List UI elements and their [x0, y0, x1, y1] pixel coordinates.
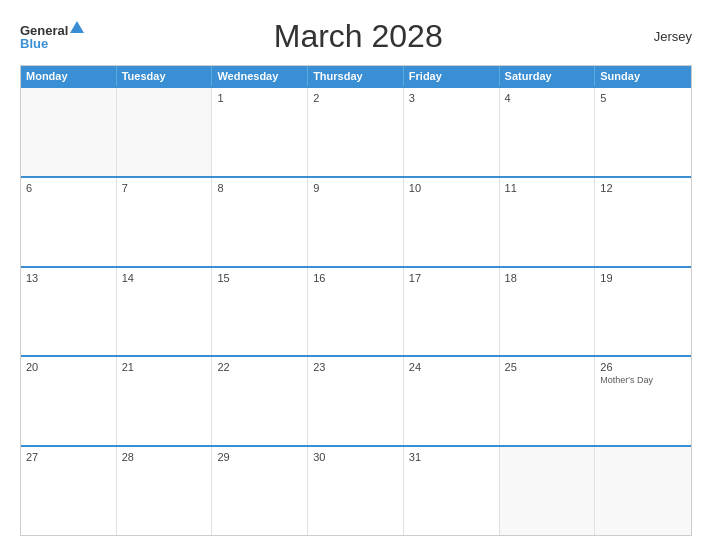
day-number: 14 — [122, 272, 207, 284]
calendar-cell: 14 — [117, 268, 213, 356]
calendar-week: 12345 — [21, 86, 691, 176]
day-number: 31 — [409, 451, 494, 463]
day-number: 12 — [600, 182, 686, 194]
day-number: 16 — [313, 272, 398, 284]
day-number: 20 — [26, 361, 111, 373]
day-number: 11 — [505, 182, 590, 194]
day-number: 6 — [26, 182, 111, 194]
day-number: 23 — [313, 361, 398, 373]
calendar-cell: 23 — [308, 357, 404, 445]
calendar-cell: 27 — [21, 447, 117, 535]
day-number: 10 — [409, 182, 494, 194]
calendar-week: 20212223242526Mother's Day — [21, 355, 691, 445]
calendar-cell: 9 — [308, 178, 404, 266]
calendar-cell: 1 — [212, 88, 308, 176]
calendar-cell: 20 — [21, 357, 117, 445]
day-number: 22 — [217, 361, 302, 373]
calendar-cell: 13 — [21, 268, 117, 356]
day-number: 18 — [505, 272, 590, 284]
day-number: 1 — [217, 92, 302, 104]
calendar-cell: 31 — [404, 447, 500, 535]
calendar-cell — [500, 447, 596, 535]
calendar-week: 2728293031 — [21, 445, 691, 535]
calendar-cell: 6 — [21, 178, 117, 266]
calendar-header-cell: Tuesday — [117, 66, 213, 86]
calendar-page: General Blue March 2028 Jersey MondayTue… — [0, 0, 712, 550]
calendar-header-cell: Thursday — [308, 66, 404, 86]
calendar-cell: 29 — [212, 447, 308, 535]
calendar-body: 1234567891011121314151617181920212223242… — [21, 86, 691, 535]
day-number: 5 — [600, 92, 686, 104]
logo-general-text: General — [20, 24, 68, 37]
calendar-cell: 12 — [595, 178, 691, 266]
calendar-week: 6789101112 — [21, 176, 691, 266]
calendar-header: MondayTuesdayWednesdayThursdayFridaySatu… — [21, 66, 691, 86]
day-number: 3 — [409, 92, 494, 104]
calendar-cell: 7 — [117, 178, 213, 266]
logo-triangle-icon — [70, 21, 84, 33]
calendar-cell: 15 — [212, 268, 308, 356]
calendar-header-cell: Wednesday — [212, 66, 308, 86]
calendar-cell: 16 — [308, 268, 404, 356]
day-number: 28 — [122, 451, 207, 463]
page-title: March 2028 — [84, 18, 632, 55]
calendar-header-cell: Saturday — [500, 66, 596, 86]
day-number: 17 — [409, 272, 494, 284]
day-number: 24 — [409, 361, 494, 373]
calendar-header-cell: Sunday — [595, 66, 691, 86]
calendar-cell: 2 — [308, 88, 404, 176]
calendar-cell: 25 — [500, 357, 596, 445]
calendar-cell: 30 — [308, 447, 404, 535]
calendar-cell: 22 — [212, 357, 308, 445]
day-number: 7 — [122, 182, 207, 194]
calendar-cell: 18 — [500, 268, 596, 356]
event-label: Mother's Day — [600, 375, 686, 385]
header: General Blue March 2028 Jersey — [20, 18, 692, 55]
calendar-cell — [117, 88, 213, 176]
day-number: 29 — [217, 451, 302, 463]
day-number: 4 — [505, 92, 590, 104]
calendar-week: 13141516171819 — [21, 266, 691, 356]
day-number: 27 — [26, 451, 111, 463]
calendar-cell: 21 — [117, 357, 213, 445]
calendar-cell: 11 — [500, 178, 596, 266]
logo: General Blue — [20, 24, 84, 50]
calendar-cell: 28 — [117, 447, 213, 535]
calendar-cell: 17 — [404, 268, 500, 356]
day-number: 30 — [313, 451, 398, 463]
calendar-cell: 19 — [595, 268, 691, 356]
day-number: 2 — [313, 92, 398, 104]
calendar-cell: 3 — [404, 88, 500, 176]
calendar-header-cell: Friday — [404, 66, 500, 86]
region-label: Jersey — [632, 29, 692, 44]
logo-blue-text: Blue — [20, 37, 48, 50]
calendar-cell — [21, 88, 117, 176]
calendar-cell: 5 — [595, 88, 691, 176]
day-number: 13 — [26, 272, 111, 284]
calendar: MondayTuesdayWednesdayThursdayFridaySatu… — [20, 65, 692, 536]
day-number: 26 — [600, 361, 686, 373]
day-number: 9 — [313, 182, 398, 194]
day-number: 15 — [217, 272, 302, 284]
calendar-cell — [595, 447, 691, 535]
calendar-cell: 26Mother's Day — [595, 357, 691, 445]
day-number: 19 — [600, 272, 686, 284]
calendar-cell: 4 — [500, 88, 596, 176]
calendar-header-cell: Monday — [21, 66, 117, 86]
day-number: 8 — [217, 182, 302, 194]
calendar-cell: 10 — [404, 178, 500, 266]
day-number: 21 — [122, 361, 207, 373]
calendar-cell: 8 — [212, 178, 308, 266]
day-number: 25 — [505, 361, 590, 373]
calendar-cell: 24 — [404, 357, 500, 445]
